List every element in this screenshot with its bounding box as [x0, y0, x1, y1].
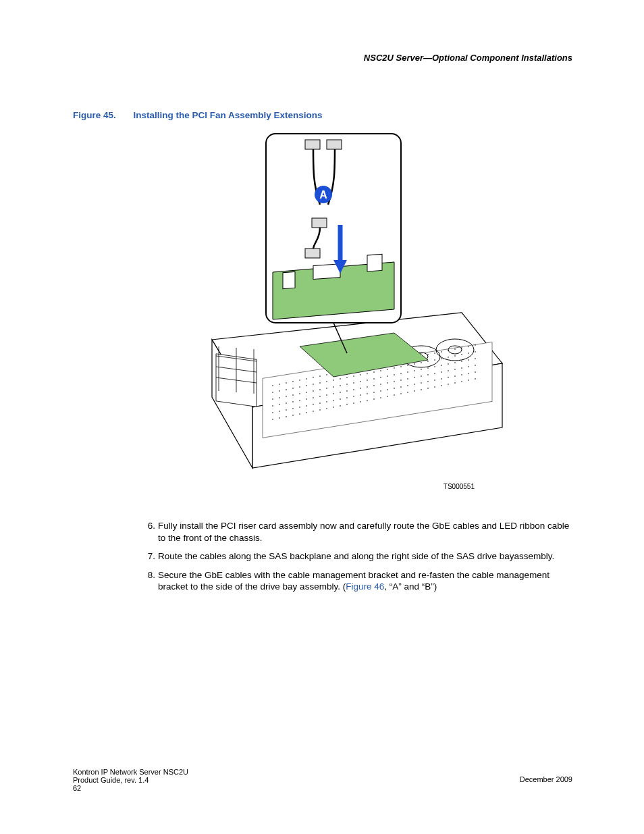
svg-point-51: [333, 380, 334, 381]
svg-point-17: [313, 377, 314, 378]
svg-point-98: [441, 365, 442, 366]
svg-rect-206: [313, 264, 340, 280]
svg-point-88: [373, 378, 375, 380]
svg-point-107: [292, 401, 294, 402]
svg-point-84: [346, 384, 348, 385]
step-text: Secure the GbE cables with the cable man…: [158, 569, 575, 593]
svg-point-162: [454, 375, 456, 377]
svg-point-101: [461, 361, 462, 362]
svg-point-91: [394, 374, 395, 375]
svg-point-176: [340, 405, 341, 407]
svg-point-56: [367, 373, 368, 374]
svg-point-36: [441, 351, 442, 353]
svg-point-109: [306, 398, 307, 400]
svg-point-13: [286, 382, 287, 384]
svg-point-95: [421, 369, 422, 370]
svg-rect-210: [312, 218, 327, 228]
svg-point-145: [340, 398, 341, 400]
svg-point-74: [279, 397, 280, 398]
svg-point-38: [454, 348, 456, 350]
svg-point-63: [414, 363, 415, 365]
svg-point-126: [421, 375, 422, 377]
svg-point-182: [380, 397, 381, 398]
svg-point-156: [414, 384, 415, 385]
step-8: 8. Secure the GbE cables with the cable …: [143, 569, 575, 593]
svg-point-47: [306, 385, 307, 386]
svg-point-136: [279, 411, 280, 412]
svg-point-152: [387, 389, 388, 390]
svg-point-177: [346, 404, 348, 405]
step-text: Route the cables along the SAS backplane…: [158, 550, 575, 563]
svg-point-149: [367, 393, 368, 394]
svg-point-190: [434, 386, 435, 388]
svg-point-82: [333, 386, 334, 388]
svg-point-135: [272, 412, 273, 413]
svg-point-41: [475, 344, 476, 346]
svg-point-186: [407, 392, 408, 393]
svg-point-191: [441, 385, 442, 386]
svg-point-144: [333, 400, 334, 401]
step-7: 7. Route the cables along the SAS backpl…: [143, 550, 575, 563]
svg-point-90: [387, 375, 388, 377]
svg-point-169: [292, 415, 294, 416]
svg-point-44: [286, 389, 287, 390]
svg-point-133: [468, 366, 469, 367]
step-number: 8.: [143, 569, 158, 593]
svg-point-146: [346, 397, 348, 398]
footer-page: 62: [73, 784, 572, 792]
svg-rect-209: [327, 140, 342, 149]
footer-product: Kontron IP Network Server NSC2U: [73, 768, 572, 776]
svg-point-128: [434, 373, 435, 374]
svg-point-108: [299, 400, 300, 401]
svg-point-92: [400, 373, 402, 374]
svg-point-42: [272, 392, 273, 393]
svg-point-99: [448, 363, 449, 365]
svg-point-60: [394, 367, 395, 369]
step-text-after: , “A” and “B”): [384, 581, 437, 592]
svg-point-103: [475, 358, 476, 359]
svg-point-165: [475, 371, 476, 373]
svg-point-55: [360, 374, 361, 375]
svg-point-46: [299, 386, 300, 388]
svg-point-178: [353, 402, 354, 404]
svg-point-11: [272, 385, 273, 386]
svg-point-97: [434, 366, 435, 367]
svg-point-116: [353, 389, 354, 390]
svg-point-122: [394, 381, 395, 382]
svg-point-105: [279, 404, 280, 405]
svg-point-153: [394, 388, 395, 389]
svg-point-114: [340, 392, 341, 393]
svg-point-53: [346, 377, 348, 378]
svg-point-183: [387, 396, 388, 397]
svg-point-40: [468, 346, 469, 347]
svg-rect-205: [283, 271, 295, 288]
svg-point-181: [373, 398, 375, 400]
svg-point-175: [333, 407, 334, 408]
callout-a-icon: A: [315, 186, 332, 203]
svg-point-124: [407, 378, 408, 380]
svg-point-115: [346, 390, 348, 392]
callout-a-label: A: [319, 189, 327, 201]
svg-point-102: [468, 359, 469, 361]
figure-xref-link[interactable]: Figure 46: [346, 581, 384, 592]
svg-point-130: [448, 370, 449, 371]
svg-point-121: [387, 382, 388, 384]
svg-point-142: [319, 402, 321, 404]
footer-guide: Product Guide, rev. 1.4: [73, 776, 572, 784]
svg-point-179: [360, 401, 361, 402]
svg-point-163: [461, 374, 462, 375]
svg-point-171: [306, 412, 307, 413]
svg-point-123: [400, 380, 402, 381]
svg-point-75: [286, 396, 287, 397]
step-number: 7.: [143, 550, 158, 563]
svg-point-65: [427, 361, 429, 362]
figure-caption: Figure 45. Installing the PCI Fan Assemb…: [73, 110, 323, 120]
svg-point-49: [319, 382, 321, 384]
svg-point-61: [400, 366, 402, 367]
svg-point-113: [333, 393, 334, 394]
figure-id: TS000551: [444, 483, 475, 490]
svg-point-86: [360, 381, 361, 382]
svg-point-19: [326, 374, 327, 375]
svg-point-59: [387, 369, 388, 370]
svg-point-120: [380, 384, 381, 385]
